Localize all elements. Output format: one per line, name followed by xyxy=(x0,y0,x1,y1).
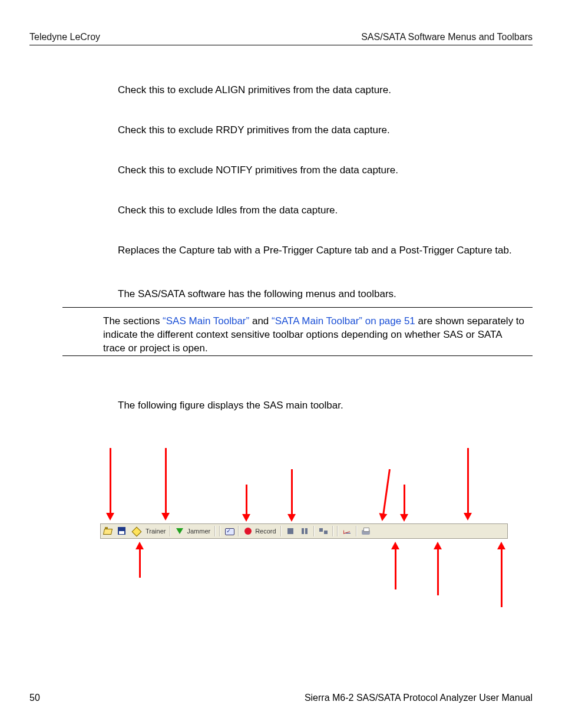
print-button[interactable] xyxy=(359,525,373,537)
trainer-button[interactable]: Trainer xyxy=(143,525,168,537)
toolbar-separator xyxy=(337,526,338,536)
toolbar-separator xyxy=(219,526,220,536)
callout-arrow-pause xyxy=(404,485,405,515)
scope-button[interactable] xyxy=(222,525,236,537)
save-icon xyxy=(117,526,127,536)
chart-icon xyxy=(342,526,352,536)
header-left: Teledyne LeCroy xyxy=(29,32,100,42)
manual-title: Sierra M6-2 SAS/SATA Protocol Analyzer U… xyxy=(305,693,533,703)
jammer-label: Jammer xyxy=(187,528,210,535)
callout-arrow-stop xyxy=(382,469,391,515)
green-triangle-icon xyxy=(175,526,184,536)
note-rule-top xyxy=(62,307,533,308)
para-exclude-align: Check this to exclude ALIGN primitives f… xyxy=(118,84,527,97)
chart-button[interactable] xyxy=(340,525,354,537)
para-exclude-notify: Check this to exclude NOTIFY primitives … xyxy=(118,164,527,177)
figure-sas-main-toolbar: Trainer Jammer Record xyxy=(100,448,513,619)
save-button[interactable] xyxy=(115,525,129,537)
para-figure-caption: The following figure displays the SAS ma… xyxy=(118,399,527,413)
note-mid: and xyxy=(249,315,272,327)
open-folder-icon xyxy=(103,526,113,536)
toolbar-separator xyxy=(238,526,239,536)
record-icon xyxy=(243,526,253,536)
open-button[interactable] xyxy=(101,525,115,537)
record-label: Record xyxy=(255,528,276,535)
running-header: Teledyne LeCroy SAS/SATA Software Menus … xyxy=(29,32,533,42)
toolbar-separator xyxy=(214,526,216,536)
jammer-button[interactable]: Jammer xyxy=(173,525,213,537)
para-exclude-idles: Check this to exclude Idles from the dat… xyxy=(118,204,527,218)
pause-button[interactable] xyxy=(297,525,312,537)
sas-main-toolbar: Trainer Jammer Record xyxy=(100,523,508,539)
combine-button[interactable] xyxy=(316,525,330,537)
header-rule xyxy=(29,45,533,45)
note-text: The sections “SAS Main Toolbar” and “SAT… xyxy=(103,315,527,355)
para-intro-menus: The SAS/SATA software has the following … xyxy=(118,288,527,301)
toolbar-separator xyxy=(170,526,171,536)
stop-button[interactable] xyxy=(283,525,297,537)
toolbar-separator xyxy=(356,526,357,536)
callout-arrow-trainer xyxy=(165,448,167,514)
note-pre: The sections xyxy=(103,315,163,327)
toolbar-separator xyxy=(280,526,282,536)
callout-arrow-record xyxy=(395,548,396,589)
combine-icon xyxy=(319,526,328,536)
toolbar-separator xyxy=(332,526,333,536)
callout-arrow-combine xyxy=(437,548,439,595)
page-number: 50 xyxy=(29,693,40,703)
link-sata-main-toolbar[interactable]: “SATA Main Toolbar” on page 51 xyxy=(272,315,415,327)
callout-arrow-open xyxy=(110,448,111,514)
trainer-label: Trainer xyxy=(146,528,166,535)
pause-icon xyxy=(300,526,309,536)
record-button[interactable]: Record xyxy=(241,525,278,537)
header-right: SAS/SATA Software Menus and Toolbars xyxy=(361,32,533,42)
callout-arrow-save xyxy=(139,548,141,578)
stop-icon xyxy=(286,526,295,536)
page: Teledyne LeCroy SAS/SATA Software Menus … xyxy=(0,0,562,728)
callout-arrow-chart xyxy=(467,448,469,514)
callout-arrow-jammer xyxy=(246,485,247,515)
diamond-icon xyxy=(131,526,141,536)
scope-icon xyxy=(224,526,234,536)
note-rule-bot xyxy=(62,355,533,356)
running-footer: 50 Sierra M6-2 SAS/SATA Protocol Analyze… xyxy=(29,693,533,703)
toolbar-separator xyxy=(313,526,315,536)
diamond-button[interactable] xyxy=(129,525,143,537)
callout-arrow-print xyxy=(501,548,503,607)
para-exclude-rrdy: Check this to exclude RRDY primitives fr… xyxy=(118,124,527,137)
callout-arrow-scope xyxy=(291,469,293,515)
printer-icon xyxy=(361,526,371,536)
link-sas-main-toolbar[interactable]: “SAS Main Toolbar” xyxy=(163,315,249,327)
para-capture-replace: Replaces the Capture tab with a Pre-Trig… xyxy=(118,244,527,258)
